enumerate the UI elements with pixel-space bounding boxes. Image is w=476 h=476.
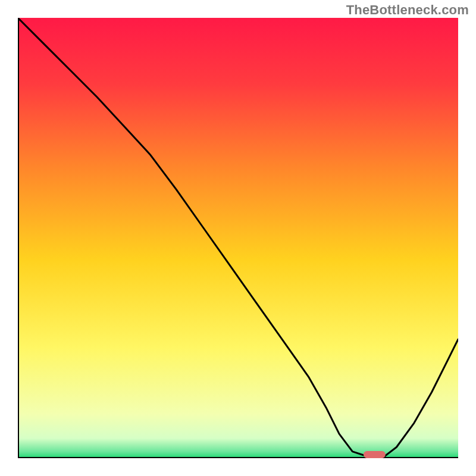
optimal-marker [364,451,386,458]
watermark-text: TheBottleneck.com [346,2,469,18]
chart-root: TheBottleneck.com [0,0,476,476]
bottleneck-chart [18,18,458,458]
plot-outer [18,18,458,458]
